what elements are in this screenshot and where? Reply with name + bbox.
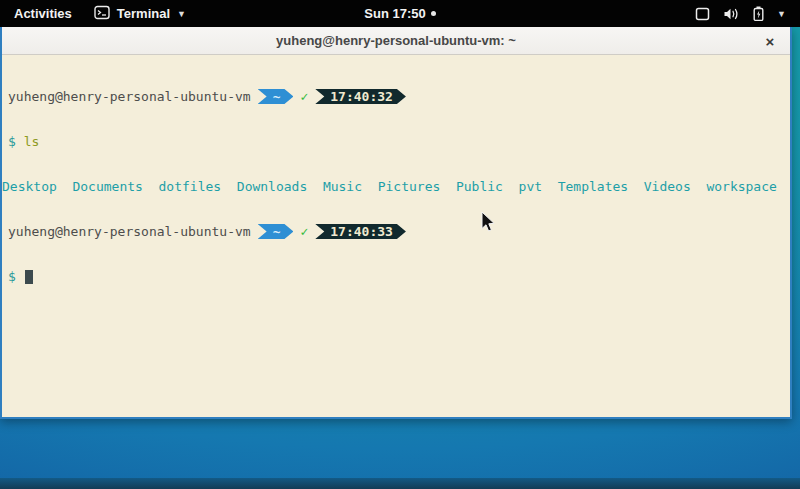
desktop-background: Activities Terminal ▼ Sun 17:50 xyxy=(0,0,800,489)
clock-button[interactable]: Sun 17:50 xyxy=(364,6,435,21)
prompt-user-host: yuheng@henry-personal-ubuntu-vm xyxy=(8,224,251,239)
app-menu-terminal[interactable]: Terminal ▼ xyxy=(94,5,186,23)
terminal-icon xyxy=(94,5,110,23)
terminal-content[interactable]: yuheng@henry-personal-ubuntu-vm~✓17:40:3… xyxy=(2,55,790,414)
window-title: yuheng@henry-personal-ubuntu-vm: ~ xyxy=(276,33,516,48)
app-menu-label: Terminal xyxy=(117,6,170,21)
prompt-line-2: yuheng@henry-personal-ubuntu-vm~✓17:40:3… xyxy=(8,224,790,239)
prompt-dollar: $ xyxy=(8,134,16,149)
terminal-window: yuheng@henry-personal-ubuntu-vm: ~ × yuh… xyxy=(0,27,792,419)
volume-icon xyxy=(723,7,740,21)
notifications-dot xyxy=(431,11,436,16)
powerline-time-segment: 17:40:33 xyxy=(315,224,406,239)
powerline-time-segment: 17:40:32 xyxy=(315,89,406,104)
screen-icon xyxy=(695,7,710,21)
mouse-cursor-icon xyxy=(481,211,496,237)
close-button[interactable]: × xyxy=(760,31,780,51)
terminal-cursor xyxy=(25,270,33,284)
powerline-path-segment: ~ xyxy=(258,89,294,104)
directory-list: Desktop Documents dotfiles Downloads Mus… xyxy=(2,179,777,194)
typed-command: ls xyxy=(24,134,40,149)
system-menu-chevron-icon: ▼ xyxy=(777,9,786,19)
prompt-dollar: $ xyxy=(8,269,16,284)
powerline-path-segment: ~ xyxy=(258,224,294,239)
current-prompt-line: $ xyxy=(8,269,790,284)
gnome-top-bar: Activities Terminal ▼ Sun 17:50 xyxy=(0,0,800,27)
battery-charging-icon xyxy=(753,6,764,21)
activities-button[interactable]: Activities xyxy=(10,6,76,21)
window-titlebar[interactable]: yuheng@henry-personal-ubuntu-vm: ~ × xyxy=(2,27,790,55)
command-line: $ ls xyxy=(8,134,790,149)
chevron-down-icon: ▼ xyxy=(177,9,186,19)
ls-output-line: Desktop Documents dotfiles Downloads Mus… xyxy=(2,179,790,194)
status-check-icon: ✓ xyxy=(300,224,308,239)
system-status-area[interactable]: ▼ xyxy=(695,6,800,21)
prompt-line-1: yuheng@henry-personal-ubuntu-vm~✓17:40:3… xyxy=(8,89,790,104)
clock-label: Sun 17:50 xyxy=(364,6,425,21)
status-check-icon: ✓ xyxy=(300,89,308,104)
prompt-user-host: yuheng@henry-personal-ubuntu-vm xyxy=(8,89,251,104)
